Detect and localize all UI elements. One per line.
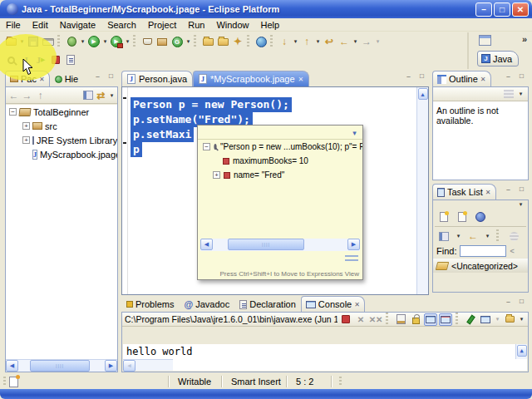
menu-search[interactable]: Search	[101, 19, 142, 31]
link-with-editor-icon[interactable]: ⇄	[95, 88, 107, 103]
tree-item-project[interactable]: − TotalBeginner	[6, 105, 117, 119]
categorized-view-icon[interactable]	[436, 229, 451, 244]
scroll-left-icon[interactable]: ◀	[6, 360, 18, 372]
external-tools-dropdown-icon[interactable]: ▾	[124, 38, 131, 45]
menu-project[interactable]: Project	[142, 19, 182, 31]
show-stderr-toggle-icon[interactable]	[439, 313, 452, 326]
tab-myscrapbook-jpage[interactable]: J *MyScrapbook.jpage ✕	[193, 71, 309, 86]
collapse-all-icon[interactable]	[81, 88, 94, 103]
inspect-field-name[interactable]: + name= "Fred"	[198, 168, 362, 182]
console-vertical-scrollbar[interactable]: ▲	[515, 344, 527, 359]
back-dropdown-icon[interactable]: ▾	[352, 38, 359, 45]
view-maximize-icon[interactable]: □	[516, 71, 527, 81]
tab-declaration[interactable]: Declaration	[234, 296, 301, 312]
scrollbar-track[interactable]	[213, 239, 347, 251]
go-back-icon[interactable]: ←	[466, 229, 480, 244]
menu-run[interactable]: Run	[182, 19, 210, 31]
inspect-field-maximumbooks[interactable]: maximumBooks= 10	[198, 154, 362, 168]
popup-horizontal-scrollbar[interactable]: ◀ ▶	[200, 239, 360, 251]
inspect-root-item[interactable]: − "Person p = new ...umBooks(10); p"= P	[198, 140, 362, 154]
inspect-icon[interactable]	[3, 52, 18, 67]
open-console-dropdown-icon[interactable]: ▾	[518, 316, 525, 323]
print-icon[interactable]	[41, 34, 56, 49]
view-maximize-icon[interactable]: □	[106, 71, 116, 81]
tab-close-icon[interactable]: ✕	[485, 189, 491, 196]
view-minimize-icon[interactable]: –	[503, 185, 514, 194]
view-maximize-icon[interactable]: □	[516, 185, 527, 194]
last-edit-location-icon[interactable]: ↩	[322, 34, 337, 49]
menu-file[interactable]: File	[0, 19, 27, 31]
scroll-up-icon[interactable]: ▲	[418, 88, 428, 100]
tab-hierarchy[interactable]: Hie	[50, 71, 84, 86]
view-minimize-icon[interactable]: –	[92, 71, 103, 81]
editor-maximize-icon[interactable]: □	[416, 71, 427, 81]
menu-edit[interactable]: Edit	[27, 19, 54, 31]
view-menu-icon[interactable]: ▾	[108, 92, 116, 99]
scroll-right-icon[interactable]: ▶	[347, 239, 360, 250]
forward-history-icon[interactable]: →	[21, 88, 33, 103]
scroll-left-icon[interactable]: ◀	[200, 239, 213, 250]
debug-icon[interactable]	[64, 34, 79, 49]
tab-person-java[interactable]: J Person.java	[121, 71, 193, 86]
scrollbar-track[interactable]	[18, 360, 105, 372]
tree-item-src[interactable]: + src	[6, 119, 117, 133]
run-icon[interactable]: ▶	[86, 34, 101, 49]
view-minimize-icon[interactable]: –	[503, 297, 514, 306]
pin-console-icon[interactable]	[464, 313, 477, 326]
collapse-icon[interactable]: −	[9, 108, 17, 116]
new-class-icon[interactable]: G	[170, 34, 185, 49]
toolbar-overflow-icon[interactable]: »	[522, 34, 527, 44]
console-output[interactable]: hello world ▲ ◀	[123, 344, 527, 371]
open-type-icon[interactable]	[200, 34, 215, 49]
popup-resize-grip[interactable]	[345, 255, 358, 261]
new-subtask-icon[interactable]	[455, 209, 470, 224]
view-menu-icon[interactable]: ▾	[517, 91, 525, 97]
tab-console[interactable]: Console ✕	[301, 296, 365, 312]
tab-task-list[interactable]: Task List ✕	[432, 184, 496, 200]
scroll-up-icon[interactable]: ▲	[517, 345, 527, 357]
find-input[interactable]	[460, 245, 506, 257]
new-package-icon[interactable]	[155, 34, 170, 49]
external-tools-icon[interactable]: ▶	[109, 34, 124, 49]
menu-window[interactable]: Window	[210, 19, 254, 31]
clear-console-icon[interactable]	[394, 313, 407, 326]
show-stdout-toggle-icon[interactable]	[424, 313, 437, 326]
editor-vertical-scrollbar[interactable]: ▲	[416, 87, 428, 294]
next-annotation-dropdown-icon[interactable]: ▾	[292, 38, 299, 45]
close-button[interactable]: ✕	[512, 2, 529, 17]
terminate-scrapbook-icon[interactable]	[48, 52, 63, 67]
java-perspective-button[interactable]: J Java	[477, 51, 519, 66]
tree-item-jre-library[interactable]: + JRE System Library [j	[6, 133, 117, 147]
horizontal-scrollbar[interactable]: ◀ ▶	[6, 359, 117, 372]
tab-close-icon[interactable]: ✕	[39, 76, 45, 83]
synchronize-icon[interactable]	[473, 209, 488, 224]
hide-completed-icon[interactable]	[506, 229, 521, 244]
tab-close-icon[interactable]: ✕	[298, 76, 304, 83]
previous-annotation-icon[interactable]: ↑	[299, 34, 314, 49]
tab-close-icon[interactable]: ✕	[480, 76, 486, 83]
menu-help[interactable]: Help	[255, 19, 286, 31]
back-history-icon[interactable]: ←	[7, 88, 20, 103]
display-console-icon[interactable]	[479, 313, 492, 326]
go-back-dropdown-icon[interactable]: ▾	[484, 233, 491, 239]
menu-navigate[interactable]: Navigate	[54, 19, 101, 31]
run-dropdown-icon[interactable]: ▾	[101, 38, 109, 45]
editor-minimize-icon[interactable]: –	[403, 71, 414, 81]
new-class-dropdown-icon[interactable]: ▾	[185, 38, 192, 45]
view-maximize-icon[interactable]: □	[516, 297, 527, 306]
tree-item-scrapbook[interactable]: J MyScrapbook.jpage	[6, 147, 117, 161]
open-resource-icon[interactable]	[215, 34, 230, 49]
view-menu-icon[interactable]: ▾	[517, 201, 525, 208]
categorized-dropdown-icon[interactable]: ▾	[455, 233, 462, 239]
console-horizontal-scrollbar[interactable]: ◀	[123, 359, 173, 371]
uncategorized-row[interactable]: <Uncategorized>	[433, 258, 528, 273]
view-minimize-icon[interactable]: –	[503, 71, 514, 81]
popup-menu-dropdown-icon[interactable]: ▾	[351, 129, 358, 137]
previous-annotation-dropdown-icon[interactable]: ▾	[314, 38, 322, 45]
expand-icon[interactable]: +	[22, 122, 30, 130]
new-java-project-icon[interactable]	[140, 34, 155, 49]
execute-icon[interactable]: J▶	[33, 52, 48, 67]
import-declarations-icon[interactable]	[63, 52, 78, 67]
minimize-button[interactable]: –	[475, 2, 492, 17]
tab-close-icon[interactable]: ✕	[354, 301, 360, 308]
